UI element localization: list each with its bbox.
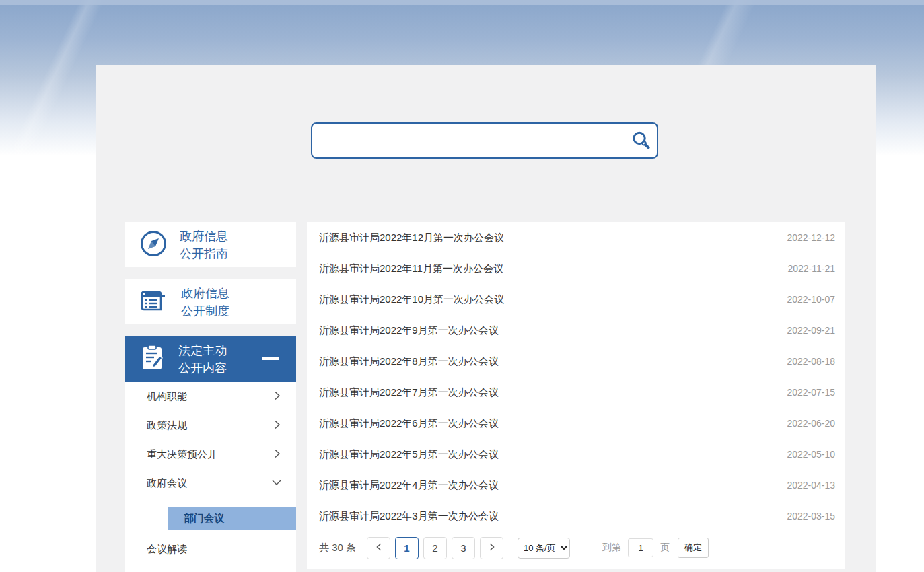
sidebar-item-gov-info-system[interactable]: 政府信息 公开制度 — [125, 279, 296, 324]
sidebar-item-dept-meetings-active[interactable]: 部门会议 — [168, 507, 296, 530]
tree-connector-vertical — [168, 532, 168, 571]
goto-prefix-label: 到第 — [602, 542, 621, 554]
meeting-date: 2022-04-13 — [787, 480, 835, 491]
sidebar-section-legal-disclosure[interactable]: 法定主动 公开内容 — [125, 336, 296, 382]
notebook-icon — [139, 287, 169, 318]
meeting-date: 2022-10-07 — [787, 294, 835, 305]
search-button[interactable] — [625, 124, 657, 157]
list-item: 沂源县审计局2022年7月第一次办公会议 2022-07-15 — [307, 377, 845, 408]
sidebar-item-gov-info-guide[interactable]: 政府信息 公开指南 — [125, 222, 296, 267]
list-item: 沂源县审计局2022年11月第一次办公会议 2022-11-21 — [307, 253, 845, 284]
prev-page-button[interactable] — [367, 537, 390, 559]
list-item: 沂源县审计局2022年4月第一次办公会议 2022-04-13 — [307, 470, 845, 501]
meeting-date: 2022-03-15 — [787, 511, 835, 522]
meeting-title-link[interactable]: 沂源县审计局2022年10月第一次办公会议 — [319, 293, 504, 306]
meeting-title-link[interactable]: 沂源县审计局2022年12月第一次办公会议 — [319, 231, 504, 244]
list-item: 沂源县审计局2022年8月第一次办公会议 2022-08-18 — [307, 346, 845, 377]
search-box — [311, 122, 658, 159]
list-item: 沂源县审计局2022年10月第一次办公会议 2022-10-07 — [307, 284, 845, 315]
chevron-right-icon — [272, 448, 283, 461]
meeting-date: 2022-09-21 — [787, 325, 835, 336]
meeting-date: 2022-05-10 — [787, 449, 835, 460]
sidebar: 政府信息 公开指南 — [125, 222, 296, 572]
list-item: 沂源县审计局2022年3月第一次办公会议 2022-03-15 — [307, 501, 845, 532]
sidebar-item-meeting-interpretation[interactable]: 会议解读 — [125, 536, 296, 563]
menu-label: 机构职能 — [147, 390, 187, 403]
main-panel: 政府信息 公开指南 — [96, 65, 876, 572]
sidebar-item-gov-meetings[interactable]: 政府会议 — [125, 469, 296, 498]
list-item: 沂源县审计局2022年5月第一次办公会议 2022-05-10 — [307, 439, 845, 470]
meeting-title-link[interactable]: 沂源县审计局2022年6月第一次办公会议 — [319, 417, 499, 430]
pagination: 共 30 条 1 2 3 10 条/页 到第 — [307, 531, 845, 565]
chevron-right-icon — [272, 390, 283, 403]
meeting-list: 沂源县审计局2022年12月第一次办公会议 2022-12-12 沂源县审计局2… — [307, 222, 845, 532]
clipboard-pencil-icon — [139, 343, 166, 376]
sidebar-section-label: 法定主动 公开内容 — [178, 342, 227, 377]
confirm-button[interactable]: 确定 — [678, 538, 709, 558]
sidebar-item-major-decisions[interactable]: 重大决策预公开 — [125, 440, 296, 469]
page-button-1[interactable]: 1 — [395, 537, 419, 559]
menu-label: 政府会议 — [147, 477, 187, 490]
chevron-left-icon — [374, 542, 384, 554]
compass-icon — [139, 229, 168, 260]
top-banner-stripe — [0, 0, 924, 5]
list-item: 沂源县审计局2022年12月第一次办公会议 2022-12-12 — [307, 222, 845, 253]
list-item: 沂源县审计局2022年6月第一次办公会议 2022-06-20 — [307, 408, 845, 439]
page-button-2[interactable]: 2 — [423, 537, 447, 559]
meeting-list-panel: 沂源县审计局2022年12月第一次办公会议 2022-12-12 沂源县审计局2… — [307, 222, 845, 569]
meeting-date: 2022-11-21 — [787, 263, 835, 274]
chevron-right-icon — [272, 419, 283, 432]
sidebar-submenu: 机构职能 政策法规 重大决策预公开 — [125, 382, 296, 572]
page-button-3[interactable]: 3 — [452, 537, 475, 559]
meeting-title-link[interactable]: 沂源县审计局2022年9月第一次办公会议 — [319, 324, 499, 337]
sidebar-item-label: 政府信息 公开指南 — [180, 227, 228, 262]
search-input[interactable] — [312, 124, 625, 157]
meeting-title-link[interactable]: 沂源县审计局2022年11月第一次办公会议 — [319, 262, 503, 275]
page: 政府信息 公开指南 — [0, 0, 924, 572]
chevron-right-icon — [487, 542, 497, 554]
goto-page-group: 到第 页 确定 — [602, 538, 709, 558]
goto-page-input[interactable] — [628, 538, 653, 557]
chevron-down-icon — [271, 477, 283, 490]
collapse-minus-icon[interactable] — [262, 357, 279, 360]
total-count: 共 30 条 — [319, 542, 356, 555]
page-size-select[interactable]: 10 条/页 — [518, 538, 570, 559]
menu-label: 政策法规 — [147, 419, 187, 432]
sidebar-item-label: 政府信息 公开制度 — [181, 285, 229, 320]
sidebar-item-org-functions[interactable]: 机构职能 — [125, 382, 296, 411]
meeting-date: 2022-07-15 — [787, 387, 835, 398]
magnifier-icon — [631, 130, 651, 152]
goto-suffix-label: 页 — [660, 542, 670, 554]
meeting-title-link[interactable]: 沂源县审计局2022年5月第一次办公会议 — [319, 448, 499, 461]
meeting-title-link[interactable]: 沂源县审计局2022年3月第一次办公会议 — [319, 510, 499, 523]
list-item: 沂源县审计局2022年9月第一次办公会议 2022-09-21 — [307, 315, 845, 346]
next-page-button[interactable] — [480, 537, 503, 559]
menu-label: 重大决策预公开 — [147, 448, 217, 461]
meeting-date: 2022-08-18 — [787, 356, 835, 367]
tree-connector-horizontal — [168, 548, 176, 548]
meeting-title-link[interactable]: 沂源县审计局2022年8月第一次办公会议 — [319, 355, 499, 368]
meeting-date: 2022-12-12 — [787, 232, 835, 243]
meeting-title-link[interactable]: 沂源县审计局2022年7月第一次办公会议 — [319, 386, 499, 399]
meeting-title-link[interactable]: 沂源县审计局2022年4月第一次办公会议 — [319, 479, 499, 492]
sidebar-item-policies[interactable]: 政策法规 — [125, 411, 296, 440]
meeting-date: 2022-06-20 — [787, 418, 835, 429]
